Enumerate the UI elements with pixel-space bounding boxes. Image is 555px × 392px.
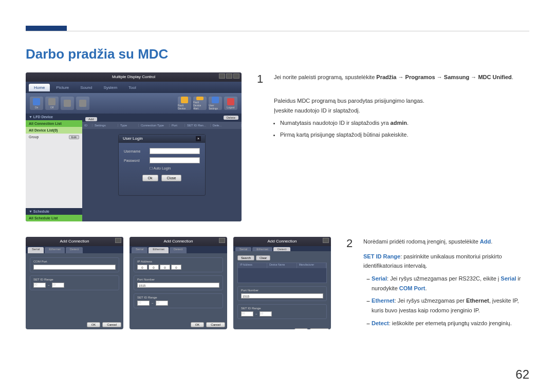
window-titlebar: Multiple Display Control <box>26 72 242 82</box>
tab-sound[interactable]: Sound <box>75 84 97 91</box>
addconn-detect-screenshot: Add Connection Serial Ethernet Detect Se… <box>233 237 331 329</box>
tab-detect[interactable]: Detect <box>273 247 290 251</box>
tab-system[interactable]: System <box>98 84 122 91</box>
cancel-button[interactable]: Cancel <box>310 328 329 329</box>
dash-ethernet: Ethernet: Jei ryšys užmezgamas per Ether… <box>366 296 529 315</box>
conn-buttons-3: OK Cancel <box>233 326 331 329</box>
password-label: Password <box>124 159 150 162</box>
subbar: Add Delete <box>82 114 242 122</box>
tab-serial[interactable]: Serial <box>235 247 251 251</box>
schedule-header[interactable]: ▼ Schedule <box>26 208 82 215</box>
sidebar: ▼ LFD Device All Connection List All Dev… <box>26 114 82 221</box>
close-icon[interactable] <box>323 238 329 243</box>
tab-picture[interactable]: Picture <box>51 84 74 91</box>
range-to[interactable]: 10 <box>260 311 272 316</box>
range-to[interactable]: 10 <box>156 301 168 306</box>
power-on-button[interactable]: On <box>30 97 43 110</box>
all-connection-header[interactable]: All Connection List <box>26 120 82 127</box>
com-port-group: COM Port <box>30 257 119 272</box>
close-icon[interactable] <box>233 73 239 79</box>
ip-octet-2[interactable]: 0 <box>149 265 159 270</box>
login-dialog-body: Username Password ☐ Auto Login Ok Close <box>119 143 205 186</box>
search-button[interactable]: Search <box>237 255 254 260</box>
dash-detect: Detect: ieškokite per eternetą prijungtų… <box>366 319 529 328</box>
small-screenshots: Add Connection Serial Ethernet Detect CO… <box>26 237 331 342</box>
bullet-change-pw: Pirmą kartą prisijungę slaptažodį būtina… <box>280 130 529 140</box>
lfd-device-header[interactable]: ▼ LFD Device <box>26 114 82 120</box>
maximize-icon[interactable] <box>226 73 232 79</box>
login-dialog: User Login × Username Password <box>118 134 206 196</box>
row-2: Add Connection Serial Ethernet Detect CO… <box>26 237 529 342</box>
cancel-button[interactable]: Cancel <box>102 322 121 327</box>
page-number: 62 <box>515 367 529 382</box>
login-buttons: Ok Close <box>124 175 200 181</box>
set-id-group: SET ID Range 00 ~ 10 <box>30 275 119 290</box>
cancel-button[interactable]: Cancel <box>206 322 225 327</box>
main-body: ▼ LFD Device All Connection List All Dev… <box>26 114 242 221</box>
conn-buttons-2: OK Cancel <box>130 320 227 329</box>
all-schedule-header[interactable]: All Schedule List <box>26 215 82 221</box>
port-input[interactable]: 1515 <box>137 283 219 288</box>
volume-button[interactable] <box>76 97 89 110</box>
step2-text-block: 2 Norėdami pridėti rodomą įrenginį, spus… <box>346 237 529 342</box>
range-from[interactable]: 00 <box>33 283 46 288</box>
tab-tool[interactable]: Tool <box>123 84 141 91</box>
close-icon[interactable] <box>219 238 225 243</box>
header-accent <box>26 26 67 31</box>
power-off-button[interactable]: Off <box>45 97 59 110</box>
all-device-header[interactable]: All Device List(0) <box>26 127 82 134</box>
ip-octet-1[interactable]: 0 <box>137 265 147 270</box>
dash-serial: Serial: Jei ryšys užmezgamas per RS232C,… <box>366 274 529 293</box>
clear-button[interactable]: Clear <box>256 255 270 260</box>
range-row-3: 00 ~ 10 <box>241 311 323 316</box>
mdc-main-screenshot: Multiple Display Control Home Picture So… <box>26 72 242 221</box>
tab-home[interactable]: Home <box>29 84 50 91</box>
tab-ethernet[interactable]: Ethernet <box>252 247 272 251</box>
close-button[interactable]: Close <box>161 175 182 181</box>
tab-detect[interactable]: Detect <box>170 247 187 253</box>
auto-login-checkbox[interactable]: ☐ Auto Login <box>150 166 200 171</box>
password-input[interactable] <box>150 157 200 163</box>
range-from[interactable]: 00 <box>137 301 150 306</box>
fault-device-button[interactable]: Fault Device <box>178 97 191 110</box>
ip-octet-3[interactable]: 0 <box>160 265 170 270</box>
add-button[interactable]: Add <box>85 117 97 121</box>
tab-serial[interactable]: Serial <box>132 247 147 253</box>
conn-tabs-2: Serial Ethernet Detect <box>130 246 227 253</box>
close-icon[interactable]: × <box>196 136 201 141</box>
tab-ethernet[interactable]: Ethernet <box>45 247 65 253</box>
user-settings-button[interactable]: User Settings <box>209 97 222 110</box>
conn-body-serial: COM Port SET ID Range 00 ~ 10 <box>26 253 123 320</box>
step-2: 2 Norėdami pridėti rodomą įrenginį, spus… <box>346 237 529 331</box>
logout-button[interactable]: Logout <box>224 97 237 110</box>
ip-octet-4[interactable]: 0 <box>171 265 181 270</box>
fault-alert-button[interactable]: Fault Device Alert <box>193 97 207 110</box>
content-area: Add Delete ID Settings Type Connection T… <box>82 114 242 221</box>
power-group: On Off <box>30 97 89 110</box>
ok-button[interactable]: Ok <box>142 175 158 181</box>
tab-serial[interactable]: Serial <box>28 247 44 253</box>
ok-button[interactable]: OK <box>191 322 205 327</box>
addconn-ethernet-screenshot: Add Connection Serial Ethernet Detect IP… <box>130 237 227 329</box>
port-input[interactable]: 1515 <box>241 293 323 298</box>
conn-tabs-1: Serial Ethernet Detect <box>26 246 123 253</box>
com-port-select[interactable] <box>33 265 116 270</box>
edit-button[interactable]: Edit <box>69 135 79 139</box>
minimize-icon[interactable] <box>219 73 225 79</box>
ok-button[interactable]: OK <box>294 328 308 329</box>
range-from[interactable]: 00 <box>241 311 253 316</box>
input-button[interactable] <box>61 97 74 110</box>
tab-ethernet[interactable]: Ethernet <box>149 247 169 253</box>
detect-buttons: Search Clear <box>237 255 327 260</box>
username-label: Username <box>124 150 150 153</box>
range-to[interactable]: 10 <box>52 283 64 288</box>
port-group: Port Number 1515 <box>134 275 223 290</box>
username-input[interactable] <box>150 148 200 154</box>
delete-button[interactable]: Delete <box>224 116 238 120</box>
close-icon[interactable] <box>115 238 121 243</box>
ok-button[interactable]: OK <box>87 322 101 327</box>
tab-detect[interactable]: Detect <box>66 247 83 253</box>
addconn-titlebar-2: Add Connection <box>130 237 227 246</box>
window-title: Multiple Display Control <box>112 74 155 79</box>
ip-boxes: 0 0 0 0 <box>137 265 219 270</box>
